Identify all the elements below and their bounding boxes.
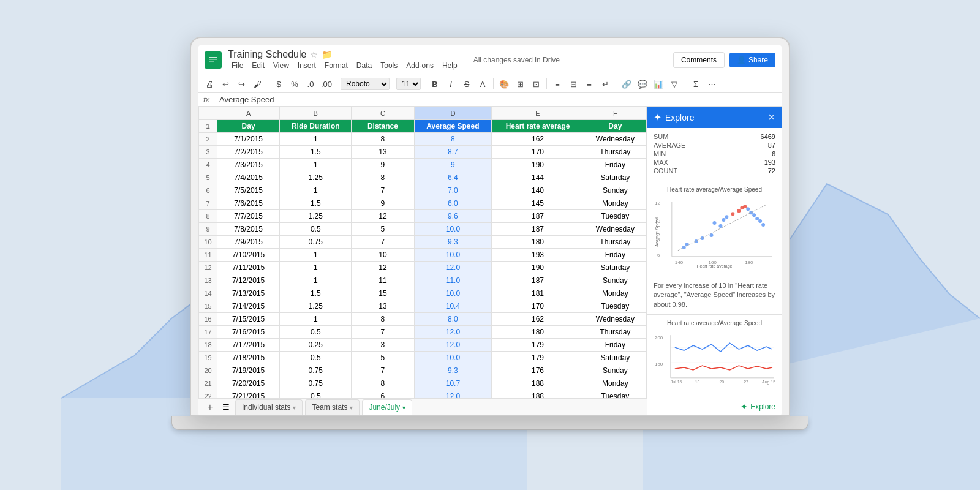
svg-point-34 (755, 217, 759, 221)
align-mid-icon[interactable]: ⊟ (566, 77, 581, 91)
comment-icon[interactable]: 💬 (635, 77, 650, 91)
strikethrough-icon[interactable]: S (459, 77, 474, 91)
redo-icon[interactable]: ↪ (234, 77, 249, 91)
undo-icon[interactable]: ↩ (218, 77, 233, 91)
table-row: 67/5/2015177.0140Sunday (199, 184, 647, 197)
table-row: 187/17/20150.25312.0179Friday (199, 339, 647, 352)
topbar: Training Schedule ☆ 📁 File Edit View Ins… (198, 45, 782, 75)
explore-footer: ✦ Explore (647, 398, 782, 415)
font-select[interactable]: Roboto (341, 78, 390, 90)
bold-icon[interactable]: B (428, 77, 442, 91)
table-row: 117/10/201511010.0193Friday (199, 249, 647, 262)
svg-point-26 (725, 215, 728, 219)
table-row: 57/4/20151.2586.4144Saturday (199, 172, 647, 184)
star-icon[interactable]: ☆ (310, 50, 318, 59)
stat-average: AVERAGE 87 (654, 141, 775, 149)
table-row: 27/1/2015188162Wednesday (199, 133, 647, 146)
svg-point-22 (710, 233, 714, 237)
function-icon[interactable]: Σ (688, 77, 703, 91)
tab-june-july[interactable]: June/July ▾ (362, 399, 412, 415)
menu-data[interactable]: Data (353, 60, 375, 71)
menu-tools[interactable]: Tools (377, 60, 401, 71)
text-color-icon[interactable]: A (475, 77, 490, 91)
stat-sum: SUM 6469 (654, 133, 775, 140)
menu-format[interactable]: Format (321, 60, 352, 71)
table-row: 37/2/20151.5138.7170Thursday (199, 146, 647, 159)
svg-text:13: 13 (695, 380, 700, 384)
explore-footer-icon: ✦ (741, 402, 748, 412)
align-right-icon[interactable]: ≡ (582, 77, 597, 91)
sheet-table: A B C D E F 1 Day (198, 107, 647, 398)
fill-color-icon[interactable]: 🎨 (497, 77, 511, 91)
menu-view[interactable]: View (270, 60, 293, 71)
laptop-base (172, 417, 809, 430)
menu-addons[interactable]: Add-ons (402, 60, 437, 71)
folder-icon[interactable]: 📁 (322, 50, 332, 59)
table-row: 147/13/20151.51510.0181Monday (199, 287, 647, 300)
add-sheet-button[interactable]: + (203, 401, 217, 414)
col-header-b[interactable]: B (280, 107, 352, 120)
decimal-inc-icon[interactable]: .00 (319, 77, 334, 91)
more-icon[interactable]: ⋯ (704, 77, 719, 91)
toolbar-sep-4 (424, 78, 424, 89)
italic-icon[interactable]: I (443, 77, 458, 91)
percent-icon[interactable]: % (287, 77, 302, 91)
share-button[interactable]: 👤 Share (729, 53, 775, 67)
svg-text:150: 150 (655, 361, 663, 367)
formula-bar: fx Average Speed (198, 93, 782, 107)
sheets-main: A B C D E F 1 Day (198, 107, 782, 415)
filename: Training Schedule (228, 49, 306, 60)
toolbar-sep-7 (616, 78, 616, 89)
toolbar-sep-6 (546, 78, 547, 89)
stat-max: MAX 193 (654, 159, 775, 166)
align-left-icon[interactable]: ≡ (550, 77, 565, 91)
link-icon[interactable]: 🔗 (619, 77, 634, 91)
menu-insert[interactable]: Insert (294, 60, 320, 71)
svg-text:6: 6 (657, 252, 660, 258)
comments-button[interactable]: Comments (673, 52, 725, 68)
line-chart-section: Heart rate average/Average Speed 200 150 (647, 315, 782, 397)
format-painter-icon[interactable]: 🖌 (250, 77, 265, 91)
menu-edit[interactable]: Edit (248, 60, 268, 71)
sheets-menu-button[interactable]: ☰ (219, 401, 233, 414)
table-row: 207/19/20150.7579.3176Sunday (199, 364, 647, 377)
toolbar-sep-1 (268, 78, 268, 89)
svg-point-30 (743, 205, 747, 208)
col-d-header: Average Speed (414, 120, 492, 133)
col-header-c[interactable]: C (352, 107, 414, 120)
col-header-a[interactable]: A (217, 107, 280, 120)
explore-close-button[interactable]: ✕ (767, 111, 775, 123)
sheets-logo (205, 51, 222, 69)
table-row: 227/21/20150.5612.0188Tuesday (199, 390, 647, 399)
col-header-f[interactable]: F (584, 107, 646, 120)
merge-icon[interactable]: ⊡ (529, 77, 543, 91)
col-f-header: Day (584, 120, 646, 133)
font-size-select[interactable]: 11 (396, 78, 421, 90)
menu-file[interactable]: File (228, 60, 247, 71)
table-row: 107/9/20150.7579.3180Thursday (199, 236, 647, 249)
table-row: 197/18/20150.5510.0179Saturday (199, 352, 647, 364)
explore-footer-button[interactable]: ✦ Explore (741, 402, 775, 412)
explore-header: ✦ Explore ✕ (647, 107, 782, 128)
print-icon[interactable]: 🖨 (202, 77, 217, 91)
col-b-header: Ride Duration (280, 120, 352, 133)
fx-label: fx (203, 95, 216, 104)
svg-point-31 (746, 207, 750, 211)
line-chart-title: Heart rate average/Average Speed (654, 320, 775, 326)
col-header-d[interactable]: D (414, 107, 492, 120)
wrap-icon[interactable]: ↵ (598, 77, 612, 91)
chart-icon[interactable]: 📊 (651, 77, 666, 91)
tab-team-stats[interactable]: Team stats ▾ (305, 399, 360, 415)
col-header-e[interactable]: E (492, 107, 584, 120)
line-chart: 200 150 (654, 329, 775, 390)
decimal-dec-icon[interactable]: .0 (303, 77, 318, 91)
menu-help[interactable]: Help (439, 60, 461, 71)
svg-text:140: 140 (675, 260, 684, 265)
svg-text:Aug 15: Aug 15 (762, 380, 775, 385)
sheet-table-wrap[interactable]: A B C D E F 1 Day (198, 107, 647, 398)
tab-individual-stats[interactable]: Individual stats ▾ (235, 399, 303, 415)
borders-icon[interactable]: ⊞ (513, 77, 527, 91)
filter-icon[interactable]: ▽ (667, 77, 682, 91)
currency-icon[interactable]: $ (271, 77, 286, 91)
sheet-tabs: + ☰ Individual stats ▾ Team stats ▾ (198, 398, 647, 415)
